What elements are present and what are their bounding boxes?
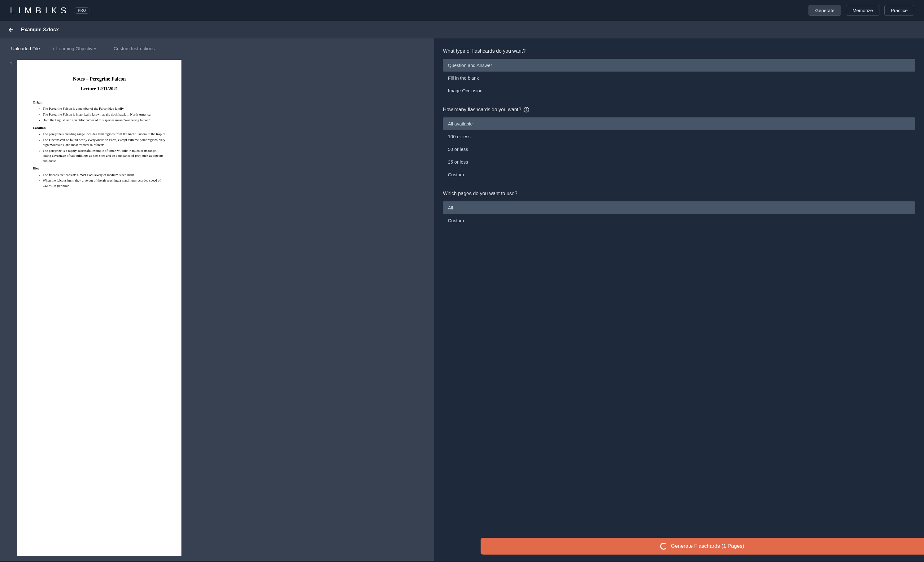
- page-number: 1: [10, 60, 12, 556]
- doc-bullet: Both the English and scientific names of…: [43, 117, 166, 123]
- tab-custom-instructions[interactable]: + Custom Instructions: [108, 44, 156, 55]
- right-panel: What type of flashcards do you want? Que…: [434, 38, 924, 561]
- flashcard-type-options: Question and Answer Fill in the blank Im…: [443, 59, 915, 97]
- document-area: 1 Notes – Peregrine Falcon Lecture 12/11…: [0, 55, 434, 561]
- option-pages-all[interactable]: All: [443, 201, 915, 214]
- back-arrow-icon[interactable]: [8, 26, 15, 33]
- doc-bullet-list: The peregrine's breeding range includes …: [43, 131, 166, 163]
- main-content: Uploaded File + Learning Objectives + Cu…: [0, 38, 924, 561]
- left-panel: Uploaded File + Learning Objectives + Cu…: [0, 38, 434, 561]
- subheader: Example-3.docx: [0, 21, 924, 38]
- doc-bullet-list: The flacons diet consists almost exclusi…: [43, 172, 166, 188]
- help-icon[interactable]: ?: [524, 107, 529, 113]
- flashcard-type-label: What type of flashcards do you want?: [443, 48, 915, 54]
- option-question-answer[interactable]: Question and Answer: [443, 59, 915, 72]
- option-100-less[interactable]: 100 or less: [443, 130, 915, 143]
- tab-uploaded-file[interactable]: Uploaded File: [10, 44, 41, 55]
- doc-bullet-list: The Peregrine Falcon is a member of the …: [43, 106, 166, 123]
- logo: LIMBIKS: [10, 6, 70, 15]
- flashcard-count-label: How many flashcards do you want? ?: [443, 107, 915, 113]
- logo-area: LIMBIKS PRO: [10, 6, 90, 15]
- option-image-occlusion[interactable]: Image Occlusion: [443, 84, 915, 97]
- filename: Example-3.docx: [21, 27, 59, 33]
- option-all-available[interactable]: All available: [443, 117, 915, 130]
- doc-bullet: The flacons diet consists almost exclusi…: [43, 172, 166, 177]
- option-fill-blank[interactable]: Fill in the blank: [443, 72, 915, 84]
- generate-button-label: Generate Flaschards (1 Pages): [671, 543, 744, 549]
- spinner-icon: [660, 543, 667, 550]
- app-header: LIMBIKS PRO Generate Memorize Practice: [0, 0, 924, 21]
- document-page: Notes – Peregrine Falcon Lecture 12/11/2…: [17, 60, 182, 556]
- generate-flashcards-button[interactable]: Generate Flaschards (1 Pages): [481, 538, 924, 554]
- doc-bullet: The peregrine's breeding range includes …: [43, 131, 166, 137]
- doc-bullet: The Peregrine Falcon is a member of the …: [43, 106, 166, 111]
- practice-nav-button[interactable]: Practice: [884, 5, 914, 16]
- doc-bullet: The Peregrine Falcon is historically kno…: [43, 112, 166, 117]
- doc-bullet: The Flacons can be found nearly everywhe…: [43, 137, 166, 147]
- pages-options: All Custom: [443, 201, 915, 227]
- tabs: Uploaded File + Learning Objectives + Cu…: [0, 38, 434, 55]
- doc-section-heading: Origin: [33, 100, 166, 105]
- option-50-less[interactable]: 50 or less: [443, 143, 915, 156]
- flashcard-count-options: All available 100 or less 50 or less 25 …: [443, 117, 915, 181]
- doc-bullet: The peregrine is a highly successful exa…: [43, 148, 166, 164]
- option-pages-custom[interactable]: Custom: [443, 214, 915, 227]
- pro-badge: PRO: [74, 8, 90, 14]
- doc-bullet: When the falcons hunt, they dive out of …: [43, 178, 166, 188]
- tab-learning-objectives[interactable]: + Learning Objectives: [51, 44, 99, 55]
- nav-buttons: Generate Memorize Practice: [808, 5, 914, 16]
- doc-subtitle: Lecture 12/11/2021: [33, 85, 166, 92]
- option-25-less[interactable]: 25 or less: [443, 156, 915, 168]
- pages-label: Which pages do you want to use?: [443, 191, 915, 197]
- doc-section-heading: Diet: [33, 166, 166, 171]
- generate-nav-button[interactable]: Generate: [808, 5, 841, 16]
- doc-title: Notes – Peregrine Falcon: [33, 75, 166, 83]
- doc-section-heading: Location: [33, 125, 166, 131]
- option-count-custom[interactable]: Custom: [443, 168, 915, 181]
- memorize-nav-button[interactable]: Memorize: [846, 5, 879, 16]
